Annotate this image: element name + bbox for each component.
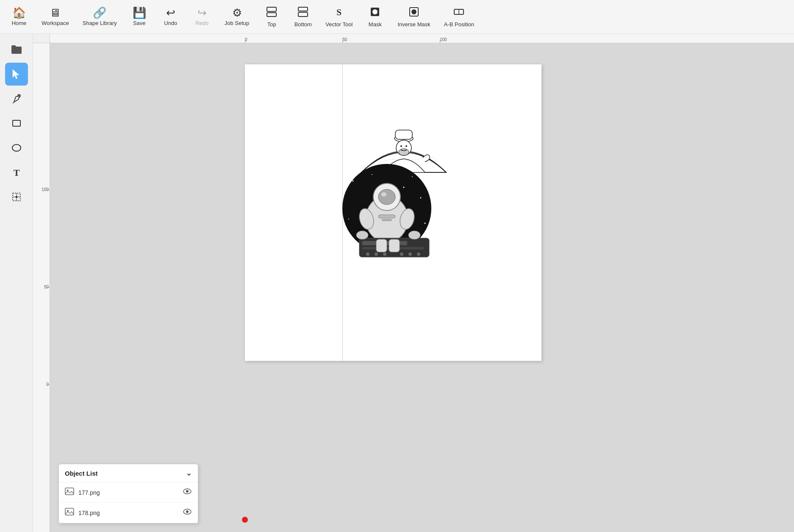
toolbar-redo-label: Redo <box>195 20 208 26</box>
svg-point-56 <box>417 252 420 256</box>
svg-point-64 <box>186 490 189 493</box>
svg-point-33 <box>348 219 349 219</box>
toolbar-inverse-mask-label: Inverse Mask <box>397 21 430 28</box>
toolbar-redo[interactable]: ↪ Redo <box>187 5 217 29</box>
object-list-item-2[interactable]: 178.png <box>59 503 198 523</box>
svg-point-27 <box>403 148 405 150</box>
vertical-ruler: 100500 <box>33 43 50 532</box>
svg-point-54 <box>400 252 403 256</box>
svg-rect-1 <box>267 13 276 17</box>
sidebar-tool-pen[interactable] <box>5 87 28 110</box>
svg-point-37 <box>372 174 372 175</box>
toolbar-job-setup-label: Job Setup <box>225 20 250 26</box>
svg-rect-59 <box>376 239 387 252</box>
svg-point-55 <box>408 252 412 256</box>
sidebar-tool-folder[interactable] <box>5 38 28 61</box>
object-list-item-1[interactable]: 177.png <box>59 482 198 503</box>
toolbar-mask[interactable]: Mask <box>360 3 390 30</box>
svg-rect-44 <box>382 219 392 221</box>
object-list-collapse-icon[interactable]: ⌄ <box>186 468 192 478</box>
toolbar-ab-position-label: A-B Position <box>444 21 475 28</box>
svg-point-24 <box>399 149 409 155</box>
astronaut-image <box>336 164 438 266</box>
canvas-page <box>245 64 541 361</box>
sidebar-tool-text[interactable]: T <box>5 161 28 184</box>
mask-icon <box>369 6 381 19</box>
svg-rect-60 <box>389 239 400 252</box>
svg-marker-11 <box>13 69 19 79</box>
toolbar-home-label: Home <box>12 20 27 26</box>
visibility-toggle-2[interactable] <box>183 507 192 518</box>
undo-icon: ↩ <box>166 7 175 18</box>
svg-point-41 <box>378 189 395 205</box>
toolbar-job-setup[interactable]: ⚙ Job Setup <box>219 5 255 29</box>
item-label-2: 178.png <box>78 510 178 516</box>
home-icon: 🏠 <box>12 7 26 18</box>
item-image-icon-2 <box>65 507 74 518</box>
save-icon: 💾 <box>133 7 146 18</box>
toolbar-vector-tool-label: Vector Tool <box>325 21 353 28</box>
bottom-icon <box>297 6 309 19</box>
item-image-icon-1 <box>65 487 74 498</box>
toolbar-workspace-label: Workspace <box>42 20 69 26</box>
object-list-header: Object List ⌄ <box>59 464 198 482</box>
toolbar-shape-library-label: Shape Library <box>83 20 117 26</box>
svg-point-38 <box>403 187 405 188</box>
svg-text:S: S <box>336 7 341 17</box>
top-icon <box>266 6 278 19</box>
svg-point-52 <box>375 252 378 256</box>
inverse-mask-icon <box>408 6 420 19</box>
toolbar-inverse-mask[interactable]: Inverse Mask <box>391 3 436 30</box>
svg-point-25 <box>400 145 402 147</box>
canvas-surface[interactable] <box>50 43 794 532</box>
ab-position-icon <box>453 6 465 19</box>
h-ruler-mark: 100 <box>440 37 447 42</box>
svg-point-32 <box>420 197 422 199</box>
svg-point-31 <box>412 176 413 177</box>
svg-point-6 <box>372 9 378 14</box>
toolbar-top[interactable]: Top <box>257 3 286 30</box>
sidebar-tool-transform[interactable] <box>5 186 28 208</box>
left-sidebar: T <box>0 34 33 532</box>
toolbar-home[interactable]: 🏠 Home <box>4 5 34 29</box>
sidebar-tool-rectangle[interactable] <box>5 112 28 135</box>
svg-point-57 <box>356 231 368 239</box>
workspace-icon: 🖥 <box>50 7 61 18</box>
svg-point-8 <box>411 9 416 14</box>
main-area: T 050100 100500 <box>0 34 794 532</box>
toolbar-vector-tool[interactable]: S Vector Tool <box>319 3 358 30</box>
toolbar-save-label: Save <box>133 20 146 26</box>
toolbar-ab-position[interactable]: A-B Position <box>438 3 480 30</box>
object-list-title: Object List <box>65 470 98 477</box>
svg-rect-22 <box>395 130 412 139</box>
redo-icon: ↪ <box>197 7 207 18</box>
toolbar-bottom-label: Bottom <box>294 21 312 28</box>
toolbar-shape-library[interactable]: 🔗 Shape Library <box>77 5 123 29</box>
toolbar-undo-label: Undo <box>164 20 177 26</box>
svg-rect-20 <box>16 196 17 198</box>
ruler-corner <box>33 34 50 43</box>
item-label-1: 177.png <box>78 489 178 496</box>
toolbar-mask-label: Mask <box>369 21 382 28</box>
svg-rect-3 <box>298 12 308 17</box>
svg-rect-14 <box>13 120 20 126</box>
visibility-toggle-1[interactable] <box>183 487 192 498</box>
svg-rect-65 <box>65 508 74 515</box>
toolbar-top-label: Top <box>267 21 276 28</box>
toolbar-undo[interactable]: ↩ Undo <box>156 5 186 29</box>
svg-rect-61 <box>65 488 74 495</box>
svg-point-15 <box>12 144 21 151</box>
svg-point-34 <box>425 223 426 224</box>
svg-point-68 <box>186 510 189 513</box>
canvas-wrapper[interactable]: 050100 100500 <box>33 34 794 532</box>
toolbar-bottom[interactable]: Bottom <box>288 3 318 30</box>
sidebar-tool-select[interactable] <box>5 63 28 86</box>
toolbar-workspace[interactable]: 🖥 Workspace <box>36 5 75 29</box>
toolbar-save[interactable]: 💾 Save <box>125 5 154 29</box>
svg-point-53 <box>383 252 386 256</box>
toolbar: 🏠 Home 🖥 Workspace 🔗 Shape Library 💾 Sav… <box>0 0 794 34</box>
svg-point-58 <box>408 231 420 239</box>
sidebar-tool-ellipse[interactable] <box>5 136 28 159</box>
svg-point-51 <box>366 252 369 256</box>
horizontal-ruler: 050100 <box>50 34 794 43</box>
